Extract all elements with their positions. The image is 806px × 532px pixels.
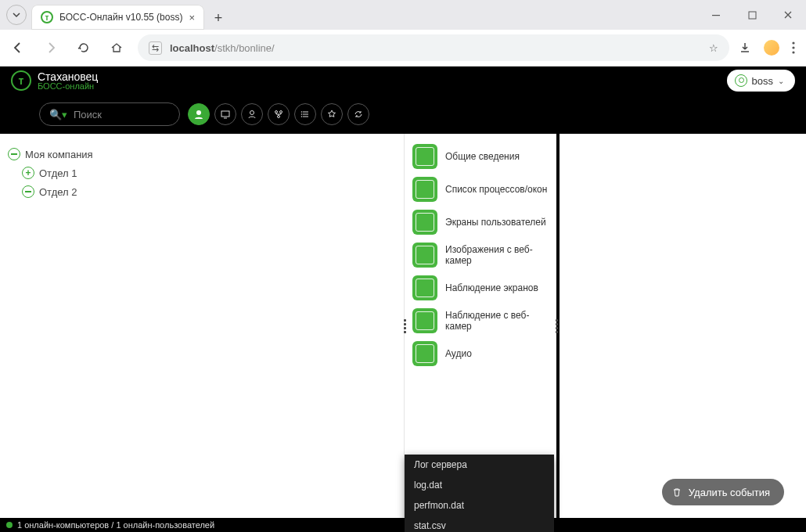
content-panel: Удалить события — [560, 134, 806, 518]
org-tree: Моя компания Отдел 1 Отдел 2 — [0, 134, 405, 518]
browser-tabstrip: т БОСС-Онлайн v10.55 (boss) × + — [0, 0, 806, 30]
toolbar-list-button[interactable] — [294, 103, 316, 125]
address-bar[interactable]: ⇆ localhost/stkh/bonline/ ☆ — [138, 34, 729, 61]
search-icon: 🔍▾ — [49, 109, 67, 120]
screens-icon — [412, 210, 437, 235]
downloads-button[interactable] — [739, 41, 751, 54]
tree-node-label: Отдел 2 — [39, 186, 77, 198]
browser-toolbar: ⇆ localhost/stkh/bonline/ ☆ — [0, 30, 806, 66]
search-input[interactable]: 🔍▾ Поиск — [39, 102, 180, 126]
chevron-down-icon — [13, 11, 20, 19]
nav-reload-button[interactable] — [72, 36, 95, 59]
ctx-log-dat[interactable]: log.dat — [405, 475, 554, 495]
status-bar: 1 онлайн-компьютеров / 1 онлайн-пользова… — [0, 518, 806, 532]
expand-icon[interactable] — [22, 167, 34, 179]
reload-icon — [77, 41, 90, 54]
home-icon — [110, 41, 123, 54]
tab-search-button[interactable] — [6, 5, 27, 25]
menu-watch-webcams[interactable]: Наблюдение с веб-камер — [405, 304, 556, 337]
tree-node-dept2[interactable]: Отдел 2 — [6, 182, 398, 201]
brand-title: Стахановец — [38, 71, 98, 82]
menu-processes[interactable]: Список процессов/окон — [405, 173, 556, 206]
ctx-log-server[interactable]: Лог сервера — [405, 455, 554, 475]
brand-subtitle: БОСС-онлайн — [38, 82, 98, 91]
svg-point-3 — [792, 46, 794, 49]
arrow-left-icon — [12, 41, 24, 54]
delete-events-label: Удалить события — [689, 487, 770, 498]
nav-forward-button[interactable] — [39, 36, 63, 59]
tab-title: БОСС-Онлайн v10.55 (boss) — [59, 12, 182, 23]
nav-home-button[interactable] — [105, 36, 128, 59]
menu-label: Общие сведения — [445, 151, 520, 162]
admin-context-menu: Лог сервера log.dat perfmon.dat stat.csv… — [405, 455, 554, 532]
tree-node-dept1[interactable]: Отдел 1 — [6, 164, 398, 182]
download-icon — [739, 41, 751, 54]
profile-avatar[interactable] — [764, 40, 779, 56]
toolbar-favorite-button[interactable] — [321, 103, 343, 125]
favicon-icon: т — [41, 11, 53, 23]
svg-point-13 — [301, 116, 303, 117]
url-path: /stkh/bonline/ — [214, 42, 275, 54]
svg-point-5 — [196, 110, 201, 115]
svg-rect-1 — [749, 12, 756, 19]
star-icon — [326, 109, 337, 120]
menu-label: Аудио — [445, 348, 472, 359]
menu-webcam-images[interactable]: Изображения с веб-камер — [405, 239, 556, 271]
site-info-icon[interactable]: ⇆ — [149, 41, 162, 55]
brand-logo-icon: т — [11, 70, 31, 91]
window-maximize-button[interactable] — [734, 0, 770, 30]
url-host: localhost — [170, 42, 214, 54]
menu-screens[interactable]: Экраны пользователей — [405, 206, 556, 239]
maximize-icon — [748, 11, 757, 20]
menu-audio[interactable]: Аудио — [405, 337, 556, 370]
person-icon — [246, 109, 257, 120]
status-text: 1 онлайн-компьютеров / 1 онлайн-пользова… — [17, 520, 214, 530]
browser-tab[interactable]: т БОСС-Онлайн v10.55 (boss) × — [31, 5, 204, 30]
browser-menu-button[interactable] — [792, 41, 795, 54]
toolbar-users-button[interactable] — [188, 103, 210, 125]
user-menu-button[interactable]: boss ⌄ — [727, 70, 795, 92]
toolbar-hierarchy-button[interactable] — [268, 103, 290, 125]
menu-label: Список процессов/окон — [445, 184, 547, 195]
menu-label: Изображения с веб-камер — [445, 244, 549, 266]
svg-rect-0 — [712, 15, 720, 16]
toolbar-person-button[interactable] — [241, 103, 263, 125]
user-label: boss — [752, 75, 773, 87]
window-minimize-button[interactable] — [698, 0, 734, 30]
refresh-icon — [353, 109, 364, 120]
webcam-image-icon — [412, 243, 437, 268]
toolbar-refresh-button[interactable] — [347, 103, 369, 125]
menu-watch-screens[interactable]: Наблюдение экранов — [405, 271, 556, 304]
brand: т Стахановец БОСС-онлайн — [11, 70, 98, 91]
ctx-stat-csv[interactable]: stat.csv — [405, 516, 554, 532]
tree-root-label: Моя компания — [25, 149, 93, 160]
collapse-icon[interactable] — [8, 148, 20, 160]
new-tab-button[interactable]: + — [209, 10, 228, 30]
status-dot-icon — [6, 522, 13, 528]
menu-general[interactable]: Общие сведения — [405, 140, 556, 173]
tree-root[interactable]: Моя компания — [6, 145, 398, 164]
svg-point-2 — [792, 41, 794, 44]
process-list-icon — [412, 177, 437, 202]
kebab-icon — [792, 41, 795, 54]
delete-events-button[interactable]: Удалить события — [662, 479, 784, 505]
webcam-watch-icon — [412, 308, 437, 333]
screen-watch-icon — [412, 275, 437, 300]
monitor-icon — [220, 109, 231, 120]
hierarchy-icon — [273, 109, 284, 120]
tab-close-button[interactable]: × — [189, 12, 195, 23]
ctx-perfmon-dat[interactable]: perfmon.dat — [405, 495, 554, 516]
user-icon — [735, 74, 747, 87]
toolbar-monitor-button[interactable] — [214, 103, 236, 125]
svg-point-12 — [301, 113, 303, 115]
window-close-button[interactable] — [770, 0, 806, 30]
minimize-icon — [711, 10, 721, 20]
collapse-icon[interactable] — [22, 185, 34, 198]
close-icon — [783, 10, 793, 20]
menu-label: Наблюдение экранов — [445, 282, 538, 293]
app-header: т Стахановец БОСС-онлайн boss ⌄ — [0, 66, 806, 95]
trash-icon — [671, 487, 682, 498]
nav-back-button[interactable] — [6, 36, 30, 59]
svg-point-4 — [792, 51, 794, 53]
bookmark-star-button[interactable]: ☆ — [709, 42, 718, 54]
